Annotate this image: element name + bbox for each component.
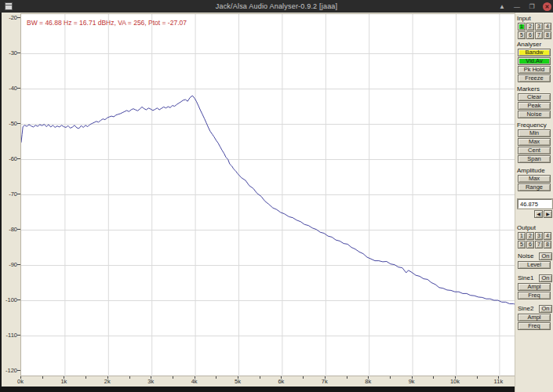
x-axis-label: 6k bbox=[271, 378, 291, 385]
y-axis-label: -40 bbox=[2, 85, 17, 92]
control-sidebar: Input 12345678 Analyser BandwVid.AvPk Ho… bbox=[515, 13, 553, 392]
input-channel-group: 12345678 bbox=[517, 23, 553, 39]
markers-peak-button[interactable]: Peak bbox=[518, 102, 551, 110]
markers-section-label: Markers bbox=[517, 85, 553, 93]
x-axis-tick bbox=[85, 376, 86, 379]
input-channel-button-6[interactable]: 6 bbox=[526, 31, 534, 39]
sine2-freq-button[interactable]: Freq bbox=[518, 322, 551, 330]
x-axis-tick bbox=[455, 376, 456, 379]
x-axis-label: 0k bbox=[10, 378, 31, 385]
output-channel-button-4[interactable]: 4 bbox=[544, 232, 551, 240]
frequency-cent-button[interactable]: Cent bbox=[518, 147, 551, 154]
x-axis-tick bbox=[347, 376, 347, 379]
input-channel-button-3[interactable]: 3 bbox=[535, 23, 543, 31]
output-channel-button-2[interactable]: 2 bbox=[526, 232, 534, 240]
input-section-label: Input bbox=[517, 15, 553, 22]
y-axis-tick bbox=[17, 299, 20, 300]
input-channel-button-7[interactable]: 7 bbox=[535, 31, 543, 39]
output-channel-group: 12345678 bbox=[517, 232, 553, 249]
x-axis-tick bbox=[303, 376, 304, 379]
y-axis-label: -70 bbox=[2, 191, 17, 198]
sine2-label: Sine2 bbox=[518, 305, 533, 312]
y-axis-tick bbox=[17, 335, 20, 336]
output-channel-button-3[interactable]: 3 bbox=[535, 232, 543, 240]
y-axis-tick bbox=[17, 194, 20, 194]
output-channel-button-row: 1234 bbox=[518, 232, 553, 240]
y-axis-label: -20 bbox=[2, 14, 17, 21]
x-axis-tick bbox=[20, 376, 21, 379]
input-channel-button-5[interactable]: 5 bbox=[518, 31, 526, 39]
markers-clear-button[interactable]: Clear bbox=[518, 93, 551, 101]
x-axis-tick bbox=[64, 376, 64, 379]
frequency-step-field[interactable]: 46.875 bbox=[518, 199, 552, 209]
x-axis-tick bbox=[368, 376, 369, 379]
title-bar: Jack/Alsa Audio Analyser-0.9.2 [jaaa] ▲ … bbox=[0, 0, 553, 13]
sine1-on-button[interactable]: On bbox=[539, 274, 552, 282]
spectrum-plot[interactable]: BW = 46.88 Hz = 16.71 dBHz, VA = 256, Pt… bbox=[20, 13, 516, 376]
noise-level-button[interactable]: Level bbox=[518, 261, 551, 269]
minimize-window-icon[interactable]: — bbox=[513, 3, 521, 10]
frequency-min-button[interactable]: Min bbox=[518, 129, 551, 137]
x-axis-label: 5k bbox=[227, 378, 248, 385]
analyser-freeze-button[interactable]: Freeze bbox=[518, 74, 551, 82]
sine2-on-button[interactable]: On bbox=[539, 305, 552, 313]
analyser-vid-av-button[interactable]: Vid.Av bbox=[518, 57, 551, 65]
frequency-span-button[interactable]: Span bbox=[518, 155, 551, 163]
x-axis-label: 7k bbox=[315, 378, 335, 385]
y-axis-label: -30 bbox=[2, 49, 17, 56]
analyser-pk-hold-button[interactable]: Pk Hold bbox=[518, 66, 551, 74]
amplitude-max-button[interactable]: Max bbox=[518, 175, 551, 183]
output-channel-button-5[interactable]: 5 bbox=[518, 241, 526, 249]
noise-on-button[interactable]: On bbox=[539, 252, 552, 260]
sine1-ampl-button[interactable]: Ampl bbox=[518, 283, 551, 291]
spectrum-trace bbox=[21, 96, 517, 305]
analyser-section-label: Analyser bbox=[517, 41, 553, 48]
x-axis-label: 9k bbox=[402, 378, 422, 385]
spectrum-canvas bbox=[21, 14, 517, 377]
y-axis-tick bbox=[17, 264, 20, 265]
x-axis-label: 10k bbox=[445, 378, 465, 385]
y-axis-label: -110 bbox=[2, 332, 17, 339]
step-left-button[interactable]: ◀ bbox=[534, 210, 543, 218]
close-window-icon[interactable]: ✕ bbox=[543, 2, 551, 11]
x-axis-tick bbox=[477, 376, 478, 379]
frequency-max-button[interactable]: Max bbox=[518, 138, 551, 146]
x-axis-label: 1k bbox=[53, 378, 74, 385]
sine2-ampl-button[interactable]: Ampl bbox=[518, 314, 551, 321]
input-channel-button-2[interactable]: 2 bbox=[526, 23, 534, 31]
amplitude-range-button[interactable]: Range bbox=[518, 183, 551, 191]
y-axis-label: -50 bbox=[2, 120, 17, 127]
analyser-button-group: BandwVid.AvPk HoldFreeze bbox=[517, 49, 553, 82]
x-axis-tick bbox=[216, 376, 216, 379]
frequency-button-group: MinMaxCentSpan bbox=[517, 129, 553, 163]
input-channel-button-row: 5678 bbox=[518, 31, 553, 39]
step-right-button[interactable]: ▶ bbox=[544, 210, 552, 218]
maximize-window-icon[interactable]: ❐ bbox=[528, 3, 536, 10]
shade-window-icon[interactable]: ▲ bbox=[498, 3, 506, 10]
markers-noise-button[interactable]: Noise bbox=[518, 111, 551, 118]
output-section-label: Output bbox=[517, 224, 553, 231]
input-channel-button-8[interactable]: 8 bbox=[544, 31, 551, 39]
x-axis-tick bbox=[390, 376, 391, 379]
output-channel-button-6[interactable]: 6 bbox=[526, 241, 534, 249]
input-channel-button-4[interactable]: 4 bbox=[544, 23, 551, 31]
y-axis-tick bbox=[17, 158, 20, 159]
sine1-freq-button[interactable]: Freq bbox=[518, 292, 551, 299]
output-channel-button-1[interactable]: 1 bbox=[518, 232, 526, 240]
x-axis-tick bbox=[412, 376, 413, 379]
x-axis-tick bbox=[107, 376, 108, 379]
input-channel-button-row: 1234 bbox=[518, 23, 553, 31]
input-channel-button-1[interactable]: 1 bbox=[518, 23, 526, 31]
y-axis-label: -100 bbox=[2, 296, 17, 303]
analyser-bandw-button[interactable]: Bandw bbox=[518, 49, 551, 56]
output-channel-button-7[interactable]: 7 bbox=[535, 241, 543, 249]
x-axis-tick bbox=[151, 376, 151, 379]
output-channel-button-8[interactable]: 8 bbox=[544, 241, 551, 249]
x-axis-tick bbox=[281, 376, 282, 379]
y-axis-tick bbox=[17, 370, 20, 371]
y-axis-label: -120 bbox=[2, 367, 17, 374]
x-axis-tick bbox=[260, 376, 260, 379]
amplitude-button-group: MaxRange bbox=[517, 175, 553, 191]
measurement-readout: BW = 46.88 Hz = 16.71 dBHz, VA = 256, Pt… bbox=[27, 19, 187, 27]
y-axis-tick bbox=[17, 123, 20, 124]
